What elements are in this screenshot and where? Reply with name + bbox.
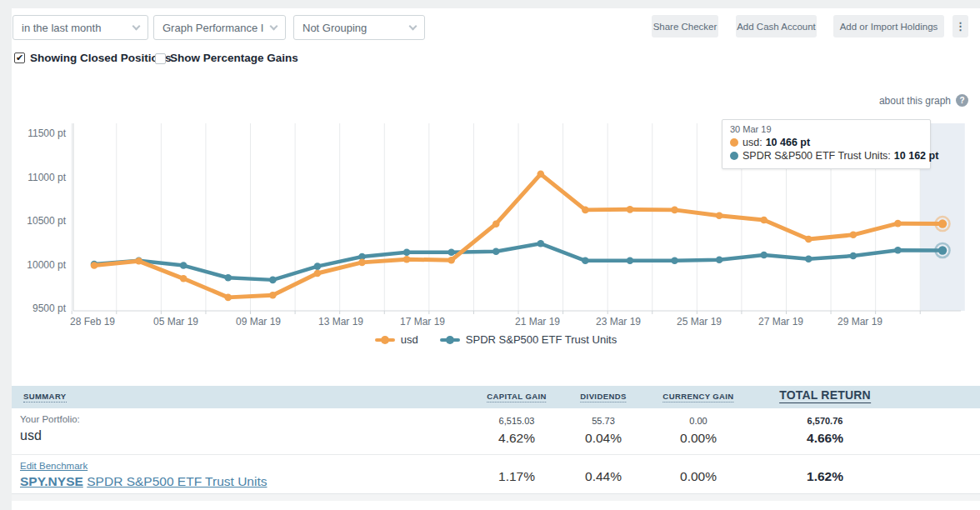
showing-closed-positions-checkbox[interactable]: ✔ [14, 52, 25, 63]
show-percentage-gains-checkbox[interactable] [155, 53, 166, 64]
column-header-summary[interactable]: SUMMARY [23, 392, 67, 402]
chart-tooltip: 30 Mar 19 usd: 10 466 pt SPDR S&P500 ETF… [722, 119, 931, 169]
benchmark-total-return-pct: 1.62% [807, 469, 843, 484]
chevron-down-icon [409, 22, 418, 30]
graph-type-value: Graph Performance Index [162, 22, 264, 34]
legend-label: usd [401, 333, 418, 346]
x-tick-label: 28 Feb 19 [70, 316, 115, 325]
tooltip-series-value: 10 466 pt [766, 136, 811, 149]
chevron-down-icon [270, 22, 278, 30]
edit-benchmark-link[interactable]: Edit Benchmark [20, 461, 88, 471]
x-tick-label: 05 Mar 19 [153, 316, 198, 325]
next-section-strip [12, 493, 980, 501]
column-header-capital-gain[interactable]: CAPITAL GAIN [487, 392, 546, 402]
usd-series-dot-icon [730, 138, 738, 147]
graph-type-dropdown[interactable]: Graph Performance Index [153, 15, 286, 40]
column-header-dividends[interactable]: DIVIDENDS [580, 392, 626, 402]
main-card: in the last month Graph Performance Inde… [12, 8, 980, 510]
date-range-value: in the last month [22, 22, 127, 34]
chevron-down-icon [132, 22, 141, 30]
benchmark-code-link[interactable]: SPY.NYSE [20, 474, 83, 488]
tooltip-series-name: SPDR S&P500 ETF Trust Units: [742, 149, 891, 162]
legend-item-benchmark[interactable]: SPDR S&P500 ETF Trust Units [440, 333, 617, 346]
more-options-kebab-icon[interactable]: ⋮ [952, 15, 968, 38]
benchmark-name-link[interactable]: SPDR S&P500 ETF Trust Units [87, 474, 267, 488]
y-tick-label: 11500 pt [28, 128, 66, 139]
portfolio-name: usd [20, 428, 42, 443]
checkmark-icon: ✔ [16, 53, 23, 62]
benchmark-legend-marker-icon [440, 338, 460, 342]
x-tick-label: 27 Mar 19 [758, 316, 803, 325]
usd-legend-marker-icon [375, 338, 395, 342]
x-tick-label: 25 Mar 19 [677, 316, 722, 325]
summary-table-header: SUMMARY CAPITAL GAIN DIVIDENDS CURRENCY … [12, 386, 980, 408]
series-benchmark [91, 240, 942, 283]
x-tick-label: 13 Mar 19 [318, 316, 363, 325]
grouping-value: Not Grouping [302, 22, 403, 34]
column-header-currency-gain[interactable]: CURRENCY GAIN [662, 392, 733, 402]
total-return-amount: 6,570.76 [808, 416, 843, 426]
benchmark-dividends-pct: 0.44% [585, 469, 622, 484]
grouping-dropdown[interactable]: Not Grouping [293, 15, 425, 40]
tooltip-series-name: usd: [742, 136, 762, 149]
y-tick-label: 11000 pt [28, 172, 66, 183]
benchmark-series-dot-icon [730, 152, 738, 160]
share-checker-button[interactable]: Share Checker [652, 15, 718, 38]
about-this-graph-link[interactable]: about this graph [879, 95, 951, 107]
date-range-dropdown[interactable]: in the last month [12, 15, 148, 40]
capital-gain-pct: 4.62% [498, 431, 535, 446]
series-usd [91, 171, 942, 302]
legend-item-usd[interactable]: usd [375, 333, 418, 346]
x-tick-label: 17 Mar 19 [400, 316, 445, 325]
x-tick-label: 21 Mar 19 [515, 316, 560, 325]
benchmark-currency-gain-pct: 0.00% [680, 469, 717, 484]
currency-gain-amount: 0.00 [689, 416, 707, 426]
portfolio-row-prefix: Your Portfolio: [20, 414, 80, 424]
y-tick-label: 10500 pt [27, 215, 66, 227]
column-header-total-return[interactable]: TOTAL RETURN [779, 388, 871, 403]
tooltip-series-value: 10 162 pt [894, 149, 939, 162]
chart-legend: usd SPDR S&P500 ETF Trust Units [12, 333, 980, 346]
legend-label: SPDR S&P500 ETF Trust Units [466, 333, 617, 346]
about-this-graph: about this graph ? [879, 94, 968, 107]
tooltip-date: 30 Mar 19 [730, 124, 922, 134]
add-import-holdings-button[interactable]: Add or Import Holdings [833, 15, 944, 38]
x-tick-label: 23 Mar 19 [596, 316, 641, 325]
total-return-pct: 4.66% [807, 431, 843, 446]
capital-gain-amount: 6,515.03 [499, 416, 535, 426]
help-icon[interactable]: ? [956, 94, 968, 107]
dividends-amount: 55.73 [592, 416, 615, 426]
dividends-pct: 0.04% [585, 431, 622, 446]
x-tick-label: 09 Mar 19 [236, 316, 281, 325]
y-tick-label: 9500 pt [32, 302, 67, 314]
add-cash-account-button[interactable]: Add Cash Account [736, 15, 817, 38]
currency-gain-pct: 0.00% [680, 431, 717, 446]
benchmark-capital-gain-pct: 1.17% [498, 469, 535, 484]
tooltip-row-benchmark: SPDR S&P500 ETF Trust Units: 10 162 pt [730, 149, 922, 162]
show-percentage-gains-label: Show Percentage Gains [170, 52, 298, 64]
showing-closed-positions-label: Showing Closed Positions [30, 52, 172, 64]
row-divider [12, 454, 980, 455]
y-tick-label: 10000 pt [27, 259, 66, 271]
x-tick-label: 29 Mar 19 [838, 316, 882, 325]
tooltip-row-usd: usd: 10 466 pt [730, 136, 922, 149]
